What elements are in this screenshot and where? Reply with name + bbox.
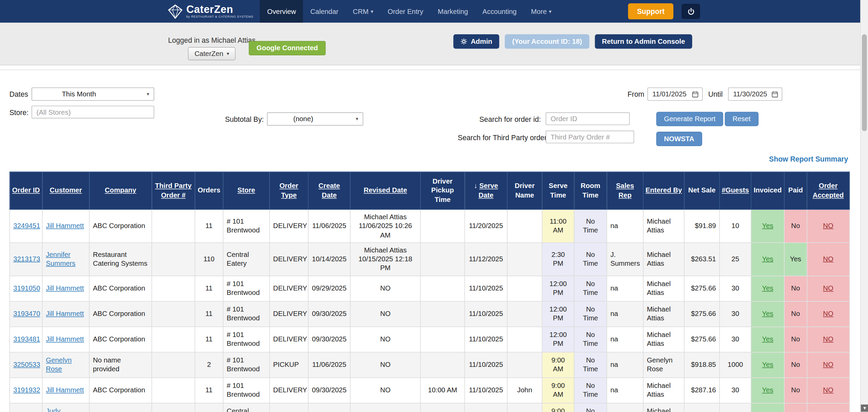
reset-button[interactable]: Reset [725,112,758,126]
nowsta-button[interactable]: NOWSTA [656,132,702,146]
nav-item-more[interactable]: More▾ [524,0,559,23]
column-header-serve-date[interactable]: ↓ Serve Date [465,172,507,209]
customer-link[interactable]: Jill Hammett [46,310,84,318]
customer-link[interactable]: Jill Hammett [46,222,84,230]
column-header-label: Order Accepted [813,182,844,199]
column-header-create-date[interactable]: Create Date [308,172,350,209]
show-report-summary-link[interactable]: Show Report Summary [769,155,848,163]
order-accepted-link[interactable]: NO [823,255,833,263]
scrollbar-thumb[interactable] [862,34,867,131]
logout-power-button[interactable] [682,4,700,19]
from-date-input[interactable] [648,90,687,98]
column-header-order-accepted[interactable]: Order Accepted [807,172,850,209]
create-date-cell: 11/06/2025 [308,403,350,412]
subtotal-select-value: (none) [293,115,313,123]
customer-link[interactable]: Judy Sullivan [46,407,70,412]
invoiced-link[interactable]: Yes [762,310,773,318]
company-cell: ABC Corporation [89,276,152,301]
orders-table-body: 3249451Jill HammettABC Corporation11# 10… [10,209,850,412]
column-header-order-id[interactable]: Order ID [10,172,42,209]
driver-name-cell: John [507,377,542,403]
column-header-revised-date[interactable]: Revised Date [350,172,420,209]
order-id-link[interactable]: 3191932 [13,386,40,394]
customer-link[interactable]: Jennifer Summers [46,250,75,267]
order-accepted-link[interactable]: NO [823,361,833,369]
invoiced-link[interactable]: Yes [762,255,773,263]
order-accepted-link[interactable]: NO [823,310,833,318]
nav-item-accounting[interactable]: Accounting [475,0,524,23]
third-party-search-input[interactable] [546,131,634,144]
net-sale-cell: $91.89 [684,209,719,242]
nav-item-calendar[interactable]: Calendar [303,0,346,23]
nav-item-overview[interactable]: Overview [260,0,303,23]
account-dropdown[interactable]: CaterZen ▾ [188,47,236,60]
order-accepted-cell: NO [807,301,850,326]
customer-link[interactable]: Jill Hammett [46,335,84,343]
order-id-link[interactable]: 3191050 [13,284,40,292]
third-party-order-cell [152,209,195,242]
column-header-driver-pickup-time: Driver Pickup Time [420,172,465,209]
order-id-cell: 3193481 [10,326,42,352]
column-header-store[interactable]: Store [223,172,270,209]
nav-item-order-entry[interactable]: Order Entry [380,0,431,23]
generate-report-button[interactable]: Generate Report [656,112,723,126]
support-button[interactable]: Support [628,3,673,19]
invoiced-link[interactable]: Yes [762,386,773,394]
customer-link[interactable]: Jill Hammett [46,386,84,394]
nav-item-marketing[interactable]: Marketing [431,0,475,23]
column-header-third-party-order[interactable]: Third Party Order # [152,172,195,209]
google-connected-button[interactable]: Google Connected [249,41,326,55]
chevron-down-icon: ▾ [147,91,149,97]
nav-item-crm[interactable]: CRM▾ [346,0,380,23]
store-input[interactable] [32,106,154,118]
invoiced-link[interactable]: Yes [762,335,773,343]
order-accepted-link[interactable]: NO [823,284,833,292]
order-id-link[interactable]: 3193481 [13,335,40,343]
serve-time-cell: 12:00 PM [542,301,574,326]
revised-date-cell: NO [350,377,420,403]
account-id-button[interactable]: (Your Account ID: 18) [505,34,589,49]
vertical-scrollbar[interactable]: ▼ [860,0,868,412]
calendar-icon[interactable] [688,91,702,98]
caterzen-logo[interactable]: CaterZen by RESTAURANT & CATERING SYSTEM… [168,0,260,23]
column-header-order-type[interactable]: Order Type [270,172,308,209]
company-cell: No name provided [89,352,152,377]
order-search-label: Search for order id: [479,115,541,123]
until-label: Until [708,90,723,98]
invoiced-cell: Yes [751,326,784,352]
customer-link[interactable]: Jill Hammett [46,284,84,292]
column-header-sales-rep[interactable]: Sales Rep [607,172,644,209]
order-id-cell: 3213173 [10,243,42,276]
order-accepted-link[interactable]: NO [823,386,833,394]
return-admin-console-button[interactable]: Return to Admin Console [595,34,692,49]
column-header-label: Store [237,187,255,194]
invoiced-link[interactable]: Yes [762,361,773,369]
admin-button[interactable]: Admin [454,34,499,49]
invoiced-link[interactable]: Yes [762,284,773,292]
column-header-label: Driver Name [515,182,535,199]
order-id-link[interactable]: 3193470 [13,310,40,318]
until-date-input[interactable] [729,90,767,98]
room-time-cell: No Time [574,326,607,352]
order-id-cell: 3249451 [10,209,42,242]
customer-link[interactable]: Genelyn Rose [46,356,72,373]
dates-select[interactable]: This Month ▾ [32,88,154,101]
order-id-link[interactable]: 3250533 [13,361,40,369]
paid-cell: No [784,326,807,352]
third-party-order-cell [152,243,195,276]
invoiced-link[interactable]: Yes [762,222,773,230]
subtotal-select[interactable]: (none) ▾ [267,112,363,126]
order-accepted-link[interactable]: NO [823,222,833,230]
column-header-label: Order Type [279,182,298,199]
order-id-link[interactable]: 3249451 [13,222,40,230]
calendar-icon[interactable] [768,91,782,98]
column-header-company[interactable]: Company [89,172,152,209]
scrollbar-down-arrow[interactable]: ▼ [861,405,868,412]
column-header-entered-by[interactable]: Entered By [643,172,684,209]
column-header-customer[interactable]: Customer [42,172,90,209]
column-header-guests[interactable]: #Guests [719,172,751,209]
order-id-link[interactable]: 3213173 [13,255,40,263]
order-accepted-link[interactable]: NO [823,335,833,343]
net-sale-cell: $79.90 [684,403,719,412]
order-id-search-input[interactable] [546,112,630,125]
